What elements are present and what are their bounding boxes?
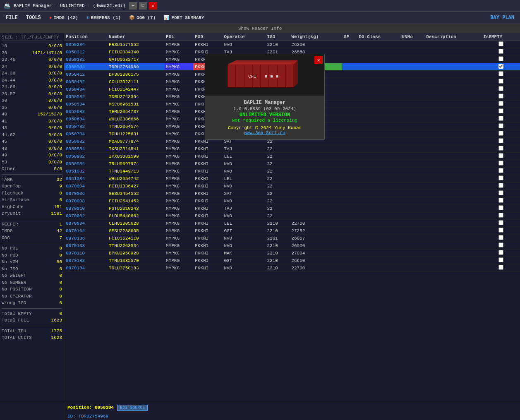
empty-checkbox[interactable] <box>482 190 520 197</box>
empty-checkbox[interactable] <box>482 138 520 145</box>
table-row[interactable]: 0050982IPXU3081599MYPKGPKKHILEL22 <box>64 153 520 160</box>
edi-source-button[interactable]: EDI SOURCE <box>117 405 148 411</box>
col-header-position[interactable]: Position <box>64 33 107 41</box>
dialog-close-button[interactable]: ✕ <box>314 56 323 64</box>
empty-checkbox[interactable] <box>482 168 520 175</box>
table-row[interactable]: 0070184TRLU3758183MYPKGPKKHINVO221022700 <box>64 264 520 272</box>
table-area: PositionNumberPOLPODOperatorISOWeight(kg… <box>64 33 520 402</box>
table-row[interactable]: 0070004PCIU1336427MYPKGPKKHINVO22 <box>64 182 520 190</box>
table-row[interactable]: 0051082TTNU3449713MYPKGPKKHINVO22 <box>64 168 520 175</box>
close-button[interactable]: ✕ <box>149 2 157 10</box>
table-row[interactable]: 0051084WHLU2654742MYPKGPKKHILEL22 <box>64 175 520 182</box>
empty-checkbox[interactable] <box>482 250 520 257</box>
table-cell <box>357 168 400 175</box>
teu-row: TOTAL TEU1775 <box>2 328 62 335</box>
col-header-iso[interactable]: ISO <box>265 33 290 41</box>
table-cell: NVO <box>222 182 265 190</box>
empty-checkbox[interactable] <box>482 264 520 272</box>
empty-checkbox[interactable] <box>482 108 520 115</box>
table-row[interactable]: 0070110BPKU2958928MYPKGPKKHIMAK221027004 <box>64 250 520 257</box>
table-cell: GGT <box>222 227 265 235</box>
table-row[interactable]: 0050984TRLU9697974MYPKGPKKHINVO22 <box>64 160 520 168</box>
empty-checkbox[interactable] <box>482 175 520 182</box>
container-details: Position: 0050384 EDI SOURCE ID: TDRU275… <box>64 402 520 420</box>
menu-file[interactable]: FILE <box>2 13 22 22</box>
table-cell: PKKHI <box>193 145 222 153</box>
empty-checkbox[interactable] <box>482 41 520 48</box>
empty-checkbox[interactable] <box>482 220 520 227</box>
empty-checkbox[interactable] <box>482 130 520 138</box>
table-row[interactable]: 0070104GESU2288605MYPKGPKKHIGGT221027252 <box>64 227 520 235</box>
size-row: 201471/1471/0 <box>2 50 62 57</box>
col-header-weightkg[interactable]: Weight(kg) <box>290 33 342 41</box>
table-cell: LEL <box>222 220 265 227</box>
table-row[interactable]: 0070008FCIU2541452MYPKGPKKHINVO22 <box>64 197 520 205</box>
col-header-sp[interactable]: SP <box>342 33 357 41</box>
table-row[interactable]: 0070082GLDU5440662MYPKGPKKHINVO22 <box>64 212 520 220</box>
empty-checkbox[interactable] <box>482 56 520 63</box>
table-cell <box>342 227 357 235</box>
menu-imdg[interactable]: ● IMDG (42) <box>45 14 82 22</box>
show-header-info[interactable]: Show Header Info <box>0 24 520 33</box>
empty-checkbox[interactable] <box>482 205 520 212</box>
menu-port-summary[interactable]: 📊 PORT SUMMARY <box>160 13 208 22</box>
bay-plan-button[interactable]: BAY PLAN <box>486 13 518 22</box>
maximize-button[interactable]: □ <box>139 2 147 10</box>
table-cell: PKKHI <box>193 153 222 160</box>
app-icon: 🚢 <box>3 2 10 9</box>
empty-checkbox[interactable] <box>482 145 520 153</box>
table-cell: CLHU2305628 <box>107 220 164 227</box>
about-website[interactable]: www.Sea-Soft.ru <box>209 130 320 135</box>
empty-checkbox[interactable] <box>482 71 520 78</box>
size-row: Other0/0 <box>2 166 62 173</box>
col-header-number[interactable]: Number <box>107 33 164 41</box>
empty-checkbox[interactable] <box>482 227 520 235</box>
menu-oog[interactable]: 📦 OOG (7) <box>125 13 160 22</box>
empty-checkbox[interactable] <box>482 115 520 123</box>
col-header-operator[interactable]: Operator <box>222 33 265 41</box>
empty-checkbox[interactable] <box>482 86 520 93</box>
empty-checkbox[interactable] <box>482 257 520 264</box>
menu-bar: FILE TOOLS ● IMDG (42) ❄ REEFERS (1) 📦 O… <box>0 12 520 24</box>
table-row[interactable]: 0050284PRSU1577552MYPKGPKKHINVO221026200 <box>64 41 520 48</box>
empty-checkbox[interactable] <box>482 160 520 168</box>
empty-checkbox[interactable] <box>482 63 520 71</box>
col-header-isempty[interactable]: IsEMPTY <box>482 33 520 41</box>
empty-checkbox[interactable] <box>482 78 520 86</box>
table-row[interactable]: 0070010PGTU2310243MYPKGPKKHITAJ22 <box>64 205 520 212</box>
table-row[interactable]: 0050884IKSU2314841MYPKGPKKHITAJ22 <box>64 145 520 153</box>
empty-checkbox[interactable] <box>482 153 520 160</box>
col-header-pol[interactable]: POL <box>164 33 193 41</box>
empty-checkbox[interactable] <box>482 212 520 220</box>
empty-checkbox[interactable] <box>482 101 520 108</box>
table-cell: MYPKG <box>164 257 193 264</box>
table-cell <box>342 63 357 71</box>
col-header-unno[interactable]: UNNo <box>400 33 424 41</box>
size-row: 350/0/0 <box>2 104 62 111</box>
table-cell <box>342 41 357 48</box>
table-row[interactable]: 0070182TTNU1385570MYPKGPKKHIGGT221026650 <box>64 257 520 264</box>
empty-checkbox[interactable] <box>482 48 520 56</box>
empty-checkbox[interactable] <box>482 182 520 190</box>
empty-checkbox[interactable] <box>482 123 520 130</box>
table-cell: MYPKG <box>164 41 193 48</box>
empty-checkbox[interactable] <box>482 93 520 101</box>
col-header-pod[interactable]: POD <box>193 33 222 41</box>
table-cell: 0051084 <box>64 175 107 182</box>
table-row[interactable]: 0070006GESU3454552MYPKGPKKHISAT22 <box>64 190 520 197</box>
menu-tools[interactable]: TOOLS <box>22 13 45 22</box>
col-header-dgclass[interactable]: DG-Class <box>357 33 400 41</box>
menu-reefers[interactable]: ❄ REEFERS (1) <box>82 13 125 22</box>
table-row[interactable]: 0070106FCIU3524110MYPKGPKKHINVO22G126057 <box>64 235 520 242</box>
table-cell <box>357 108 400 115</box>
empty-checkbox[interactable] <box>482 235 520 242</box>
size-row: 240/0/0 <box>2 63 62 70</box>
table-row[interactable]: 0070108TTNU2263534MYPKGPKKHINVO221026000 <box>64 242 520 250</box>
minimize-button[interactable]: — <box>129 2 137 10</box>
empty-checkbox[interactable] <box>482 197 520 205</box>
empty-checkbox[interactable] <box>482 242 520 250</box>
col-header-description[interactable]: Description <box>424 33 482 41</box>
type-list: TANK32OpenTop9FlatRack0AirSurface0HighCu… <box>2 176 62 217</box>
table-cell: MYPKG <box>164 78 193 86</box>
table-row[interactable]: 0070084CLHU2305628MYPKGPKKHILEL221022700 <box>64 220 520 227</box>
